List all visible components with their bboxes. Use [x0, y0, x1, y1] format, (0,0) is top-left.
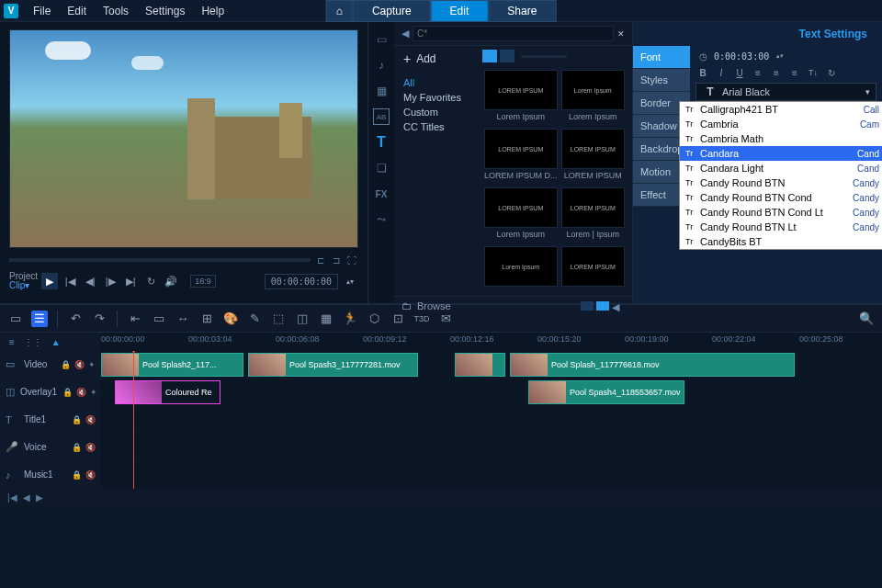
- motion-tool[interactable]: 🏃: [342, 311, 358, 327]
- voice-track-icon[interactable]: 🎤: [6, 441, 18, 453]
- fx-icon[interactable]: FX: [373, 186, 390, 202]
- footer-btn-1[interactable]: [581, 301, 594, 311]
- video-clip[interactable]: [455, 353, 505, 377]
- track-mute-icon[interactable]: 🔇: [74, 360, 85, 369]
- tab-home[interactable]: ⌂: [326, 0, 353, 22]
- nav-start-icon[interactable]: |◀: [7, 492, 17, 503]
- font-option[interactable]: TrCandaraCand: [680, 146, 882, 161]
- font-select[interactable]: T Arial Black: [695, 83, 876, 101]
- media-icon[interactable]: ▭: [373, 31, 390, 48]
- tool-9[interactable]: ▦: [318, 311, 334, 327]
- color-tool[interactable]: 🎨: [222, 311, 239, 327]
- tool-1[interactable]: ⇤: [127, 311, 143, 327]
- tool-2[interactable]: ▭: [151, 311, 167, 327]
- font-option[interactable]: TrCalligraph421 BTCall: [680, 102, 882, 117]
- filter-favorites[interactable]: My Favorites: [403, 90, 468, 105]
- thumb-size-slider[interactable]: [521, 55, 567, 58]
- underline-button[interactable]: U: [732, 66, 747, 79]
- undo-button[interactable]: ↶: [67, 311, 84, 327]
- overlay-clip[interactable]: Pool Spash4_118553657.mov: [528, 380, 684, 404]
- step-back-button[interactable]: ◀|: [82, 273, 98, 289]
- th-marker-icon[interactable]: ▲: [51, 337, 61, 347]
- footer-btn-2[interactable]: [596, 301, 609, 311]
- tool-12[interactable]: ⊡: [390, 311, 406, 327]
- marker-in-icon[interactable]: ⊏: [314, 254, 327, 266]
- library-item[interactable]: LOREM IPSUMLorem Ipsum: [484, 70, 558, 125]
- video-clip[interactable]: Pool Splash_117776618.mov: [510, 353, 795, 377]
- expand-icon[interactable]: ⛶: [345, 254, 358, 266]
- rotate-icon[interactable]: ↻: [824, 66, 839, 79]
- path-icon[interactable]: ⤳: [373, 211, 390, 228]
- 3d-tool[interactable]: T3D: [413, 311, 430, 327]
- italic-button[interactable]: I: [714, 66, 729, 79]
- redo-button[interactable]: ↷: [91, 311, 107, 327]
- font-option[interactable]: TrCandy Round BTN LtCandy: [680, 220, 882, 234]
- goto-start-button[interactable]: |◀: [62, 273, 78, 289]
- video-clip[interactable]: Pool Splash2_117...: [101, 353, 243, 377]
- duration-timecode[interactable]: 0:00:03:00: [714, 51, 769, 62]
- view-grid-icon[interactable]: [482, 50, 497, 62]
- timecode-stepper[interactable]: ▴▾: [342, 273, 358, 289]
- timeline-view-icon[interactable]: ☰: [31, 311, 48, 327]
- font-option[interactable]: TrCambria Math: [680, 131, 882, 146]
- font-option[interactable]: TrCandy Round BTN Cond LtCandy: [680, 205, 882, 220]
- play-button[interactable]: ▶: [41, 273, 58, 289]
- step-fwd-button[interactable]: |▶: [102, 273, 119, 289]
- nav-left-icon[interactable]: ◀: [23, 492, 30, 503]
- video-clip[interactable]: Pool Spash3_117777281.mov: [248, 353, 418, 377]
- filter-all[interactable]: All: [403, 75, 468, 90]
- music-track-icon[interactable]: ♪: [6, 469, 18, 481]
- overlay-track-icon[interactable]: ◫: [6, 386, 15, 398]
- th-menu-icon[interactable]: ≡: [9, 337, 15, 347]
- goto-end-button[interactable]: ▶|: [122, 273, 139, 289]
- add-label[interactable]: Add: [416, 52, 435, 65]
- storyboard-view-icon[interactable]: ▭: [7, 311, 24, 327]
- menu-file[interactable]: File: [26, 3, 58, 19]
- time-ruler[interactable]: 00:00:00:0000:00:03:0400:00:06:0800:00:0…: [101, 333, 882, 351]
- loop-button[interactable]: ↻: [142, 273, 159, 289]
- tool-8[interactable]: ◫: [294, 311, 311, 327]
- align-right-icon[interactable]: ≡: [787, 66, 802, 79]
- marker-out-icon[interactable]: ⊐: [330, 254, 343, 266]
- track-lock-icon[interactable]: 🔒: [61, 360, 71, 369]
- tool-6[interactable]: ✎: [246, 311, 263, 327]
- font-option[interactable]: TrCandyBits BT: [680, 234, 882, 249]
- font-option[interactable]: TrCandara LightCand: [680, 161, 882, 175]
- tab-edit[interactable]: Edit: [431, 0, 489, 22]
- collapse-icon[interactable]: ◀: [401, 28, 409, 40]
- playhead[interactable]: [133, 351, 134, 489]
- view-list-icon[interactable]: [500, 50, 514, 62]
- align-center-icon[interactable]: ≡: [769, 66, 784, 79]
- aspect-ratio[interactable]: 16:9: [190, 275, 216, 288]
- stab-styles[interactable]: Styles: [633, 69, 690, 92]
- library-item[interactable]: LOREM IPSUMLorem | Ipsum: [561, 187, 625, 243]
- library-item[interactable]: LOREM IPSUMLOREM IPSUM D...: [484, 129, 558, 184]
- library-item[interactable]: LOREM IPSUMLorem Ipsum: [484, 187, 558, 243]
- tool-7[interactable]: ⬚: [270, 311, 287, 327]
- preview-seekbar[interactable]: ⊏ ⊐ ⛶: [9, 254, 358, 266]
- font-option[interactable]: TrCambriaCam: [680, 117, 882, 131]
- title-track-icon[interactable]: T: [6, 414, 18, 425]
- audio-icon[interactable]: ♪: [373, 57, 390, 74]
- title-icon[interactable]: T: [373, 134, 390, 151]
- overlay-clip[interactable]: Coloured Re: [115, 380, 220, 404]
- tab-share[interactable]: Share: [488, 0, 556, 22]
- font-option[interactable]: TrCandy Round BTNCandy: [680, 175, 882, 190]
- clip-dropdown[interactable]: Clip▾: [9, 281, 34, 290]
- library-item[interactable]: LOREM IPSUM: [561, 246, 625, 292]
- vertical-text-icon[interactable]: T↓: [806, 66, 820, 79]
- menu-help[interactable]: Help: [194, 3, 232, 19]
- tool-14[interactable]: ✉: [437, 311, 454, 327]
- preview-timecode[interactable]: 00:00:00:00: [265, 274, 338, 289]
- video-track-icon[interactable]: ▭: [6, 358, 18, 370]
- track-fx-icon[interactable]: ✦: [88, 360, 96, 369]
- nav-right-icon[interactable]: ▶: [36, 492, 43, 503]
- volume-button[interactable]: 🔊: [163, 273, 179, 289]
- search-icon[interactable]: 🔍: [858, 311, 875, 327]
- overlay-icon[interactable]: ❏: [373, 160, 390, 176]
- filter-custom[interactable]: Custom: [403, 105, 468, 119]
- tc-stepper[interactable]: ▴▾: [773, 50, 787, 62]
- align-left-icon[interactable]: ≡: [751, 66, 765, 79]
- menu-tools[interactable]: Tools: [96, 3, 136, 19]
- library-item[interactable]: Lorem IpsumLorem Ipsum: [561, 70, 625, 125]
